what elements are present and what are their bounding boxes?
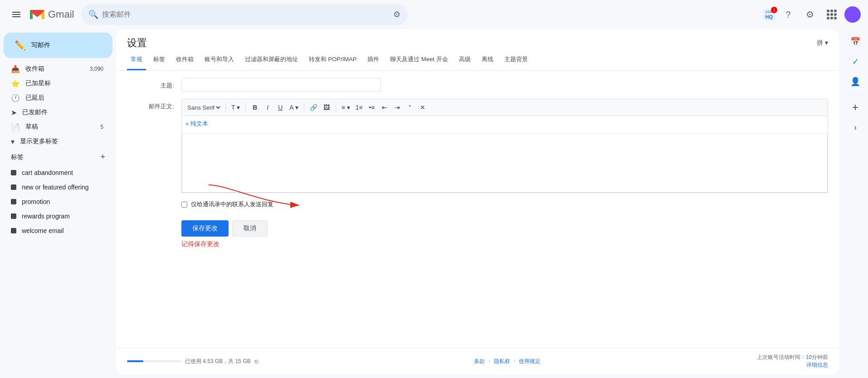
contacts-button[interactable]: 👤 <box>846 73 864 91</box>
snoozed-label: 已延后 <box>25 94 103 102</box>
tab-forwarding[interactable]: 转发和 POP/IMAP <box>305 50 360 70</box>
label-item-cart-abandonment[interactable]: cart abandonment <box>0 165 109 180</box>
label-dot-rewards <box>11 213 16 219</box>
label-item-new-featured[interactable]: new or featured offering <box>0 180 109 194</box>
underline-button[interactable]: U <box>275 102 286 113</box>
tab-advanced[interactable]: 高级 <box>455 50 474 70</box>
labels-section-header: 标签 + <box>0 149 116 165</box>
label-item-promotion[interactable]: promotion <box>0 194 109 209</box>
drafts-label: 草稿 <box>25 123 95 131</box>
topbar: Gmail 🔍 ⚙ clot HQ 1 ? ⚙ <box>0 0 868 29</box>
avatar[interactable] <box>844 6 861 23</box>
subject-label: 主题: <box>127 78 181 90</box>
plain-text-row: 纯文本 <box>182 116 828 134</box>
clear-format-button[interactable]: ✕ <box>417 102 428 113</box>
save-button[interactable]: 保存更改 <box>181 220 229 237</box>
tab-theme[interactable]: 主题背景 <box>501 50 532 70</box>
sidebar-item-snoozed[interactable]: 🕐 已延后 <box>0 91 109 105</box>
inbox-count: 3,090 <box>90 66 103 72</box>
italic-button[interactable]: I <box>262 102 273 113</box>
label-cart-text: cart abandonment <box>22 169 73 176</box>
cancel-button[interactable]: 取消 <box>232 220 268 237</box>
compose-button[interactable]: ✏️ 写邮件 <box>4 33 112 58</box>
tab-chat[interactable]: 聊天及通过 Meet 开会 <box>386 50 451 70</box>
settings-button[interactable]: ⚙ <box>801 5 819 24</box>
label-rewards-text: rewards program <box>22 213 70 220</box>
clot-hq-badge[interactable]: clot HQ 1 <box>763 9 776 20</box>
bold-button[interactable]: B <box>249 102 260 113</box>
privacy-link[interactable]: 隐私权 <box>494 358 510 365</box>
storage-fill <box>127 360 143 362</box>
editor-toolbar: Sans Serif T ▾ B I U A ▾ 🔗 🖼 ≡ ▾ <box>181 99 828 116</box>
label-dot-welcome <box>11 228 16 233</box>
indent-more-button[interactable]: ⇥ <box>392 102 403 113</box>
search-input[interactable] <box>102 10 390 19</box>
menu-button[interactable] <box>7 5 25 24</box>
tab-general[interactable]: 常规 <box>127 50 146 70</box>
sidebar-item-drafts[interactable]: 📄 草稿 5 <box>0 120 109 134</box>
gmail-text: Gmail <box>48 9 74 20</box>
body-label: 邮件正文: <box>127 99 181 111</box>
subject-input[interactable] <box>181 78 381 92</box>
gmail-logo-icon <box>29 8 45 21</box>
arrow-svg <box>172 180 363 217</box>
indent-less-button[interactable]: ⇤ <box>379 102 390 113</box>
right-panel: 📅 ✓ 👤 + › <box>843 29 868 378</box>
plain-text-link[interactable]: 纯文本 <box>185 120 208 128</box>
quote-button[interactable]: " <box>405 102 415 113</box>
tab-accounts[interactable]: 账号和导入 <box>201 50 238 70</box>
sidebar-item-sent[interactable]: ➤ 已发邮件 <box>0 105 109 120</box>
tab-labels[interactable]: 标签 <box>150 50 169 70</box>
settings-tabs: 常规 标签 收件箱 账号和导入 过滤器和屏蔽的地址 转发和 POP/IMAP 插… <box>116 50 839 71</box>
action-row: 保存更改 取消 <box>181 220 828 237</box>
label-item-rewards-program[interactable]: rewards program <box>0 209 109 223</box>
add-label-icon[interactable]: + <box>100 152 105 162</box>
search-options-icon[interactable]: ⚙ <box>393 10 400 19</box>
tab-filters[interactable]: 过滤器和屏蔽的地址 <box>241 50 302 70</box>
toolbar-separator-3 <box>304 103 304 112</box>
storage-link[interactable]: ⎋ <box>254 358 258 365</box>
expand-panel-button[interactable]: › <box>846 118 864 136</box>
unordered-list-button[interactable]: •≡ <box>366 102 377 113</box>
sidebar-item-show-more[interactable]: ▾ 显示更多标签 <box>0 134 109 149</box>
calendar-button[interactable]: 📅 <box>846 33 864 51</box>
tab-inbox[interactable]: 收件箱 <box>172 50 197 70</box>
add-panel-button[interactable]: + <box>846 98 864 116</box>
gmail-logo: Gmail <box>29 8 74 21</box>
search-bar: 🔍 ⚙ <box>81 4 408 25</box>
label-item-welcome-email[interactable]: welcome email <box>0 223 109 238</box>
label-promo-text: promotion <box>22 198 50 205</box>
tasks-button[interactable]: ✓ <box>846 53 864 71</box>
image-button[interactable]: 🖼 <box>321 102 332 113</box>
font-size-button[interactable]: T ▾ <box>229 102 242 113</box>
label-new-text: new or featured offering <box>22 184 89 191</box>
toolbar-separator-2 <box>245 103 246 112</box>
sent-icon: ➤ <box>11 108 17 117</box>
storage-bar <box>127 360 181 362</box>
program-policies-link[interactable]: 使用规定 <box>519 358 541 365</box>
help-button[interactable]: ? <box>779 5 797 24</box>
terms-link[interactable]: 条款 <box>474 358 485 365</box>
link-button[interactable]: 🔗 <box>308 102 319 113</box>
font-color-button[interactable]: A ▾ <box>288 102 300 113</box>
inbox-icon: 📥 <box>11 65 20 73</box>
snoozed-icon: 🕐 <box>11 94 20 102</box>
sidebar-item-inbox[interactable]: 📥 收件箱 3,090 <box>0 62 109 76</box>
ordered-list-button[interactable]: 1≡ <box>354 102 365 113</box>
font-family-select[interactable]: Sans Serif <box>185 104 222 111</box>
pinjian-button[interactable]: 拼 ▾ <box>817 39 828 47</box>
sidebar-item-starred[interactable]: ⭐ 已加星标 <box>0 76 109 91</box>
details-link[interactable]: 详细信息 <box>806 362 828 368</box>
align-button[interactable]: ≡ ▾ <box>340 102 352 113</box>
tab-addons[interactable]: 插件 <box>364 50 383 70</box>
body-row: 邮件正文: Sans Serif T ▾ B I U A ▾ <box>127 99 828 193</box>
chevron-down-icon: ▾ <box>11 137 15 146</box>
footer-storage: 已使用 4.53 GB，共 15 GB ⎋ <box>127 358 258 365</box>
sent-label: 已发邮件 <box>22 108 103 116</box>
tab-offline[interactable]: 离线 <box>478 50 497 70</box>
sidebar: ✏️ 写邮件 📥 收件箱 3,090 ⭐ 已加星标 🕐 已延后 ➤ 已发邮件 📄… <box>0 29 116 378</box>
body-control: Sans Serif T ▾ B I U A ▾ 🔗 🖼 ≡ ▾ <box>181 99 828 193</box>
apps-button[interactable] <box>823 5 841 24</box>
compose-icon: ✏️ <box>15 40 26 51</box>
topbar-right: clot HQ 1 ? ⚙ <box>763 5 861 24</box>
